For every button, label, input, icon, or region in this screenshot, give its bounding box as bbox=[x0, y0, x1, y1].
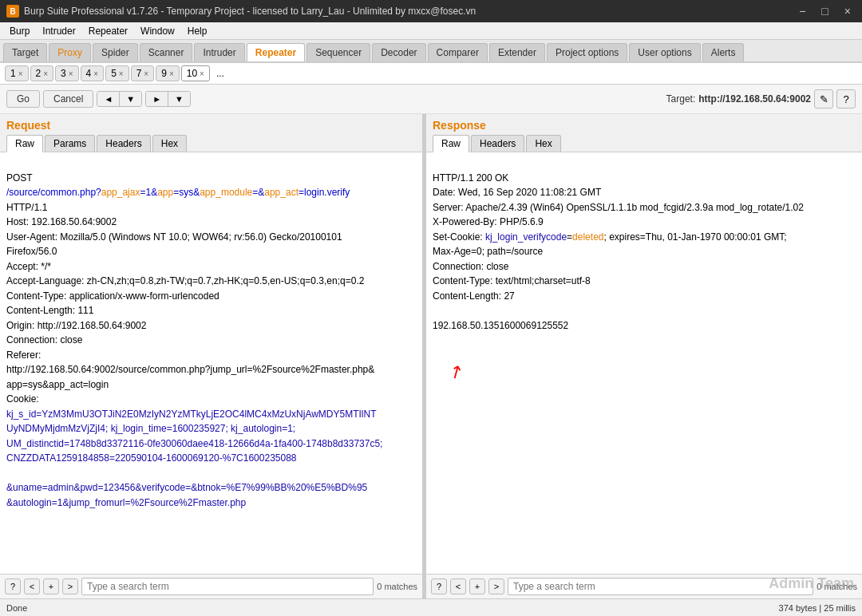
repeater-tab-9-label: 9 bbox=[161, 68, 167, 79]
tab-scanner[interactable]: Scanner bbox=[140, 43, 193, 61]
target-label: Target: bbox=[666, 93, 696, 105]
response-search-next[interactable]: > bbox=[488, 578, 504, 594]
menu-repeater[interactable]: Repeater bbox=[82, 24, 134, 38]
menu-window[interactable]: Window bbox=[134, 24, 181, 38]
tab-intruder[interactable]: Intruder bbox=[194, 43, 244, 61]
request-method: POST bbox=[6, 172, 33, 184]
tab-sequencer[interactable]: Sequencer bbox=[306, 43, 370, 61]
response-pane: Response Raw Headers Hex HTTP/1.1 200 OK… bbox=[426, 114, 862, 598]
status-left: Done bbox=[6, 603, 27, 613]
main-tab-bar: Target Proxy Spider Scanner Intruder Rep… bbox=[0, 40, 862, 63]
response-content-area: HTTP/1.1 200 OK Date: Wed, 16 Sep 2020 1… bbox=[426, 152, 862, 574]
repeater-tab-3[interactable]: 3 × bbox=[55, 65, 79, 81]
repeater-tab-1[interactable]: 1 × bbox=[5, 65, 29, 81]
response-search-next-add[interactable]: + bbox=[469, 578, 485, 594]
title-bar-left: B Burp Suite Professional v1.7.26 - Temp… bbox=[6, 5, 476, 18]
repeater-tab-more[interactable]: ... bbox=[212, 66, 229, 81]
tab-spider[interactable]: Spider bbox=[93, 43, 138, 61]
request-tab-params[interactable]: Params bbox=[45, 135, 95, 152]
repeater-tab-2[interactable]: 2 × bbox=[30, 65, 54, 81]
menu-bar: Burp Intruder Repeater Window Help bbox=[0, 22, 862, 40]
go-button[interactable]: Go bbox=[6, 90, 40, 108]
nav-back-group: ◄ ▼ bbox=[97, 91, 142, 107]
repeater-tab-3-close[interactable]: × bbox=[69, 69, 73, 78]
repeater-tab-9[interactable]: 9 × bbox=[156, 65, 180, 81]
response-search-help[interactable]: ? bbox=[431, 578, 447, 594]
response-text[interactable]: HTTP/1.1 200 OK Date: Wed, 16 Sep 2020 1… bbox=[426, 152, 862, 574]
repeater-tab-5-close[interactable]: × bbox=[119, 69, 124, 78]
request-search-next[interactable]: > bbox=[62, 578, 78, 594]
repeater-tab-7[interactable]: 7 × bbox=[131, 65, 155, 81]
request-tab-headers[interactable]: Headers bbox=[97, 135, 150, 152]
request-params: &uname=admin&pwd=123456&verifycode=&btno… bbox=[6, 482, 367, 508]
repeater-tab-1-label: 1 bbox=[10, 68, 16, 79]
tab-user-options[interactable]: User options bbox=[629, 43, 700, 61]
main-content: Request Raw Params Headers Hex POST /sou… bbox=[0, 114, 862, 598]
repeater-tab-bar: 1 × 2 × 3 × 4 × 5 × 7 × 9 × 10 × ... bbox=[0, 63, 862, 85]
cancel-button[interactable]: Cancel bbox=[43, 90, 93, 108]
response-title: Response bbox=[426, 114, 862, 133]
request-sub-tab-bar: Raw Params Headers Hex bbox=[0, 133, 422, 152]
response-tab-raw[interactable]: Raw bbox=[433, 135, 469, 152]
tab-comparer[interactable]: Comparer bbox=[428, 43, 488, 61]
status-bar: Done 374 bytes | 25 millis bbox=[0, 598, 862, 616]
repeater-tab-10[interactable]: 10 × bbox=[181, 65, 210, 81]
repeater-tab-9-close[interactable]: × bbox=[169, 69, 174, 78]
request-search-count: 0 matches bbox=[377, 582, 417, 591]
menu-burp[interactable]: Burp bbox=[3, 24, 36, 38]
request-search-help[interactable]: ? bbox=[5, 578, 21, 594]
tab-repeater[interactable]: Repeater bbox=[247, 43, 305, 61]
repeater-tab-10-label: 10 bbox=[187, 68, 197, 79]
repeater-tab-4-label: 4 bbox=[86, 68, 92, 79]
request-text[interactable]: POST /source/common.php?app_ajax=1&app=s… bbox=[0, 152, 422, 574]
title-bar-controls: − □ × bbox=[794, 3, 856, 19]
forward-dropdown-button[interactable]: ▼ bbox=[168, 92, 190, 106]
response-search-count: 0 matches bbox=[817, 582, 857, 591]
repeater-tab-10-close[interactable]: × bbox=[200, 69, 204, 78]
maximize-button[interactable]: □ bbox=[817, 3, 832, 19]
repeater-tab-4[interactable]: 4 × bbox=[81, 65, 105, 81]
menu-help[interactable]: Help bbox=[181, 24, 214, 38]
forward-button[interactable]: ► bbox=[146, 92, 168, 106]
repeater-tab-7-close[interactable]: × bbox=[144, 69, 148, 78]
request-title: Request bbox=[0, 114, 422, 133]
response-tab-hex[interactable]: Hex bbox=[526, 135, 560, 152]
toolbar-right: Target: http://192.168.50.64:9002 ✎ ? bbox=[666, 89, 856, 109]
tab-target[interactable]: Target bbox=[3, 43, 47, 61]
app-icon: B bbox=[6, 5, 19, 18]
back-dropdown-button[interactable]: ▼ bbox=[120, 92, 141, 106]
back-button[interactable]: ◄ bbox=[97, 92, 120, 106]
toolbar: Go Cancel ◄ ▼ ► ▼ Target: http://192.168… bbox=[0, 85, 862, 114]
tab-project-options[interactable]: Project options bbox=[547, 43, 627, 61]
request-content-area: POST /source/common.php?app_ajax=1&app=s… bbox=[0, 152, 422, 574]
minimize-button[interactable]: − bbox=[794, 3, 810, 19]
response-sub-tab-bar: Raw Headers Hex bbox=[426, 133, 862, 152]
response-tab-headers[interactable]: Headers bbox=[471, 135, 524, 152]
tab-proxy[interactable]: Proxy bbox=[49, 43, 91, 61]
response-search-prev[interactable]: < bbox=[450, 578, 466, 594]
help-button[interactable]: ? bbox=[836, 89, 856, 109]
repeater-tab-2-close[interactable]: × bbox=[43, 69, 48, 78]
response-search-bar: ? < + > 0 matches bbox=[426, 574, 862, 598]
request-tab-hex[interactable]: Hex bbox=[152, 135, 187, 152]
repeater-tab-1-close[interactable]: × bbox=[18, 69, 23, 78]
repeater-tab-5-label: 5 bbox=[111, 68, 117, 79]
request-search-next-add[interactable]: + bbox=[43, 578, 59, 594]
edit-target-button[interactable]: ✎ bbox=[814, 89, 833, 109]
tab-decoder[interactable]: Decoder bbox=[372, 43, 425, 61]
request-search-prev[interactable]: < bbox=[24, 578, 40, 594]
response-cookie-rest: ; expires=Thu, 01-Jan-1970 00:00:01 GMT;… bbox=[433, 231, 787, 331]
tab-extender[interactable]: Extender bbox=[489, 43, 545, 61]
response-search-input[interactable] bbox=[508, 578, 813, 595]
close-button[interactable]: × bbox=[840, 3, 856, 19]
toolbar-left: Go Cancel ◄ ▼ ► ▼ bbox=[6, 90, 191, 108]
request-tab-raw[interactable]: Raw bbox=[6, 135, 43, 152]
request-search-input[interactable] bbox=[81, 578, 374, 595]
tab-alerts[interactable]: Alerts bbox=[702, 43, 745, 61]
repeater-tab-5[interactable]: 5 × bbox=[105, 65, 129, 81]
title-bar: B Burp Suite Professional v1.7.26 - Temp… bbox=[0, 0, 862, 22]
menu-intruder[interactable]: Intruder bbox=[36, 24, 81, 38]
request-url-blue: /source/common.php?app_ajax=1&app=sys&ap… bbox=[6, 187, 350, 198]
repeater-tab-4-close[interactable]: × bbox=[93, 69, 98, 78]
request-search-bar: ? < + > 0 matches bbox=[0, 574, 422, 598]
